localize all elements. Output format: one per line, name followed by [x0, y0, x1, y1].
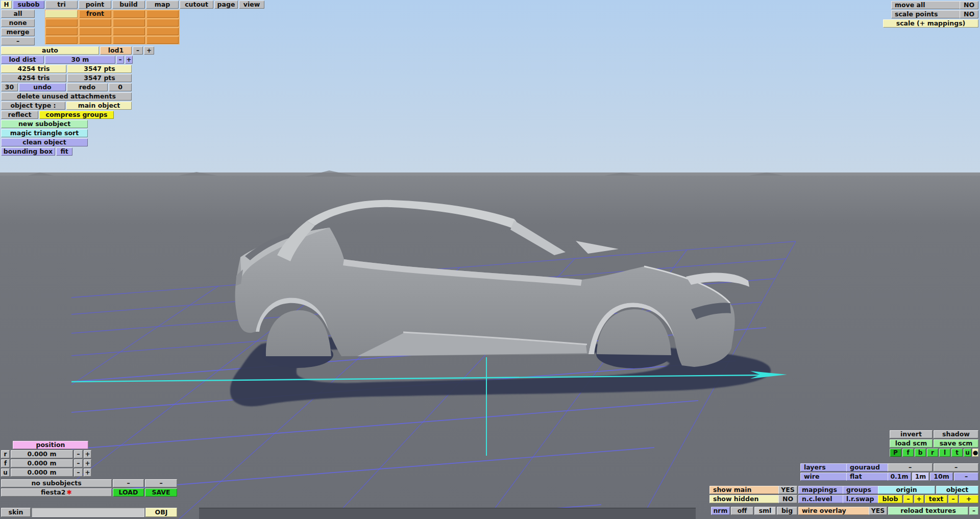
axis-p-button[interactable]: P	[890, 449, 901, 457]
position-f-plus-button[interactable]: +	[84, 459, 91, 467]
load-button[interactable]: LOAD	[113, 488, 144, 497]
text-plus-button[interactable]: +	[959, 495, 978, 503]
clean-object-button[interactable]: clean object	[1, 138, 88, 146]
blob-minus-button[interactable]: –	[903, 495, 913, 503]
grid-cell-1-2[interactable]	[113, 19, 145, 27]
lod-dist-value[interactable]: 30 m	[45, 56, 115, 64]
lod1-button[interactable]: lod1	[100, 46, 132, 55]
compress-groups-button[interactable]: compress groups	[39, 111, 114, 119]
tab-page[interactable]: page	[214, 1, 238, 9]
scale-points-state[interactable]: NO	[960, 10, 978, 18]
grid-cell-2-1[interactable]	[79, 28, 111, 35]
selection-minus-button[interactable]: –	[1, 37, 35, 45]
nc-level-button[interactable]: n.c.level	[798, 495, 845, 503]
position-r-label[interactable]: r	[1, 450, 10, 458]
pts-count-active[interactable]: 3547 pts	[67, 65, 132, 73]
move-all-button[interactable]: move all	[891, 1, 962, 9]
nrm-button[interactable]: nrm	[711, 507, 730, 515]
axis-dot-button[interactable]: ●	[972, 449, 978, 457]
reload-textures-minus-button[interactable]: –	[969, 507, 978, 515]
grid-cell-1-0[interactable]	[45, 19, 78, 27]
grid-cell-3-1[interactable]	[79, 36, 111, 44]
position-f-value[interactable]: 0.000 m	[11, 459, 73, 467]
subobject-prev-button[interactable]: –	[113, 479, 144, 487]
position-r-minus-button[interactable]: –	[74, 450, 83, 458]
nrm-big-button[interactable]: big	[777, 507, 797, 515]
position-u-minus-button[interactable]: –	[74, 468, 83, 477]
axis-r-button[interactable]: r	[927, 449, 938, 457]
tab-tri[interactable]: tri	[45, 1, 78, 9]
magic-triangle-sort-button[interactable]: magic triangle sort	[1, 129, 88, 137]
layers-minus2-button[interactable]: –	[934, 463, 978, 472]
tab-build[interactable]: build	[112, 1, 145, 9]
groups-button[interactable]: groups	[843, 486, 880, 494]
tab-point[interactable]: point	[79, 1, 111, 9]
grid-1m-button[interactable]: 1m	[912, 473, 929, 481]
grid-cell-1-3[interactable]	[146, 19, 179, 27]
position-u-label[interactable]: u	[1, 468, 10, 477]
tab-h[interactable]: H	[1, 1, 12, 9]
lod-minus-button[interactable]: –	[133, 46, 143, 55]
object-type-label[interactable]: object type :	[1, 102, 65, 110]
select-all-button[interactable]: all	[1, 10, 35, 18]
tab-subob[interactable]: subob	[13, 1, 44, 9]
delete-unused-attachments-button[interactable]: delete unused attachments	[1, 92, 132, 101]
text-button[interactable]: text	[925, 495, 947, 503]
load-scm-button[interactable]: load scm	[890, 439, 933, 448]
wire-overlay-state[interactable]: YES	[869, 507, 887, 515]
axis-t-button[interactable]: t	[951, 449, 963, 457]
mappings-button[interactable]: mappings	[798, 486, 845, 494]
position-u-value[interactable]: 0.000 m	[11, 468, 73, 477]
move-all-state[interactable]: NO	[960, 1, 978, 9]
grid-10m-button[interactable]: 10m	[930, 473, 953, 481]
reload-textures-button[interactable]: reload textures	[888, 507, 968, 515]
show-main-state[interactable]: YES	[778, 486, 797, 494]
skin-button[interactable]: skin	[1, 508, 31, 517]
redo-count[interactable]: 0	[109, 83, 132, 91]
grid-cell-2-3[interactable]	[146, 28, 179, 35]
wire-overlay-button[interactable]: wire overlay	[798, 507, 871, 515]
new-subobject-button[interactable]: new subobject	[1, 120, 88, 128]
scale-mappings-button[interactable]: scale (+ mappings)	[883, 19, 978, 28]
blob-plus-button[interactable]: +	[914, 495, 924, 503]
shadow-button[interactable]: shadow	[934, 430, 978, 438]
position-header[interactable]: position	[13, 441, 88, 449]
grid-cell-3-0[interactable]	[45, 36, 78, 44]
gouraud-button[interactable]: gouraud	[846, 463, 890, 472]
position-f-label[interactable]: f	[1, 459, 10, 467]
axis-l-button[interactable]: l	[939, 449, 950, 457]
nrm-sml-button[interactable]: sml	[754, 507, 776, 515]
grid-cell-0-3[interactable]	[146, 10, 179, 18]
lod-dist-minus-button[interactable]: –	[116, 56, 124, 64]
lod-dist-label[interactable]: lod dist	[1, 56, 44, 64]
save-button[interactable]: SAVE	[145, 488, 177, 497]
undo-count[interactable]: 30	[1, 83, 18, 91]
tab-map[interactable]: map	[146, 1, 179, 9]
axis-u-button[interactable]: u	[964, 449, 971, 457]
show-hidden-state[interactable]: NO	[778, 495, 797, 503]
reflect-button[interactable]: reflect	[1, 111, 38, 119]
show-main-button[interactable]: show main	[709, 486, 781, 494]
undo-button[interactable]: undo	[19, 83, 66, 91]
viewport-3d[interactable]	[0, 0, 980, 519]
tab-cutout[interactable]: cutout	[180, 1, 213, 9]
lod-plus-button[interactable]: +	[144, 46, 154, 55]
grid-01m-button[interactable]: 0.1m	[888, 473, 911, 481]
object-type-value[interactable]: main object	[66, 102, 132, 110]
obj-button[interactable]: OBJ	[145, 508, 177, 517]
grid-cell-2-0[interactable]	[45, 28, 78, 35]
lr-swap-button[interactable]: l.r.swap	[843, 495, 880, 503]
grid-cell-0-2[interactable]	[113, 10, 145, 18]
tris-count-total[interactable]: 4254 tris	[1, 74, 66, 82]
grid-cell-0-0[interactable]	[45, 10, 78, 18]
invert-button[interactable]: invert	[890, 430, 933, 438]
axis-b-button[interactable]: b	[915, 449, 926, 457]
grid-minus-button[interactable]: –	[954, 473, 978, 481]
grid-cell-2-2[interactable]	[113, 28, 145, 35]
tris-count-active[interactable]: 4254 tris	[1, 65, 66, 73]
merge-button[interactable]: merge	[1, 28, 35, 36]
position-r-plus-button[interactable]: +	[84, 450, 91, 458]
layers-button[interactable]: layers	[800, 463, 849, 472]
position-r-value[interactable]: 0.000 m	[11, 450, 73, 458]
select-none-button[interactable]: none	[1, 19, 35, 27]
